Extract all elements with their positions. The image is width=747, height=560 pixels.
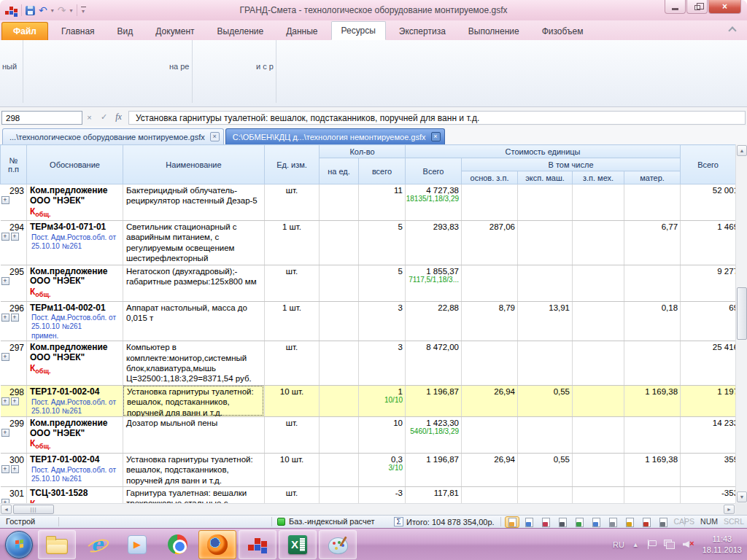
table-row[interactable]: 293 + Ком.предложение ООО "НЭЕК" Кобщ. Б…	[1, 184, 736, 221]
expand-icon[interactable]: +	[11, 397, 19, 405]
document-tab-1[interactable]: ...\технологическое оборудование монтиру…	[2, 128, 224, 144]
redo-dropdown-icon[interactable]: ▾	[69, 4, 72, 17]
ribbon-tab-выделение[interactable]: Выделение	[208, 23, 274, 40]
media-player-button[interactable]	[118, 530, 156, 559]
accept-entry-icon[interactable]: ✓	[99, 112, 109, 122]
grand-total-indicator[interactable]: Σ Итого: 104 878 354,00р.	[394, 517, 495, 526]
excel-button[interactable]	[279, 530, 317, 559]
expand-icon[interactable]: +	[11, 314, 19, 322]
expand-icon[interactable]: +	[11, 465, 19, 473]
explorer-button[interactable]	[38, 530, 76, 559]
chrome-button[interactable]	[158, 530, 196, 559]
exp-mash-cell: 13,91	[518, 301, 573, 341]
expand-icon[interactable]: +	[11, 233, 19, 241]
expand-icon[interactable]: +	[1, 233, 9, 241]
table-row[interactable]: 296 ++ ТЕРм11-04-002-01 Пост. Адм.Ростов…	[1, 301, 736, 341]
ribbon-tab-экспертиза[interactable]: Экспертиза	[390, 23, 455, 40]
calc-doc-icon[interactable]	[656, 516, 670, 528]
item-name-cell[interactable]: Светильник стационарный с аварийным пита…	[123, 221, 265, 265]
expand-icon[interactable]: +	[1, 277, 9, 285]
clock[interactable]: 11:43 18.11.2013	[703, 534, 742, 556]
language-indicator[interactable]: RU	[613, 540, 624, 549]
redo-button[interactable]: ↷	[58, 4, 66, 17]
form-view-icon[interactable]	[505, 516, 519, 528]
scroll-left-button[interactable]: ◄	[1, 505, 12, 514]
expand-icon[interactable]: +	[1, 397, 9, 405]
undo-dropdown-icon[interactable]: ▾	[51, 4, 54, 17]
item-name-cell[interactable]: Аппарат настольный, масса до 0,015 т	[123, 301, 265, 341]
expand-icon[interactable]: +	[1, 314, 9, 322]
ribbon-tab-вид[interactable]: Вид	[108, 23, 143, 40]
restore-button[interactable]	[686, 0, 708, 14]
coins-doc-icon[interactable]	[622, 516, 637, 528]
expand-icon[interactable]: +	[1, 465, 9, 473]
exp-mash-cell	[518, 265, 573, 301]
item-name-cell[interactable]: Гарнитура туалетная: вешалки трехрожковы…	[123, 486, 265, 503]
scroll-up-button[interactable]: ▲	[737, 145, 747, 156]
ribbon-tab-главная[interactable]: Главная	[52, 23, 104, 40]
start-button[interactable]	[2, 530, 36, 559]
item-name-cell[interactable]: Дозатор мыльной пены	[123, 416, 265, 453]
close-tab-icon[interactable]: ×	[210, 132, 220, 141]
ribbon-tab-документ[interactable]: Документ	[146, 23, 204, 40]
table-row[interactable]: 298 ++ ТЕР17-01-002-04 Пост. Адм.Ростов.…	[1, 385, 736, 416]
ribbon-tab-физобъем[interactable]: Физобъем	[533, 23, 593, 40]
function-icon[interactable]: fx	[114, 112, 123, 122]
minimize-button[interactable]	[665, 0, 686, 14]
scroll-right-button[interactable]: ►	[724, 505, 735, 514]
flag-doc-icon[interactable]	[538, 516, 553, 528]
document-tab-2[interactable]: С:\ОБМЕН\КДЦ д...\технология немонтируем…	[225, 128, 445, 144]
calc-mode-indicator[interactable]: Баз.-индексный расчет	[277, 517, 374, 526]
vertical-scrollbar[interactable]: ▲ ▼	[735, 144, 747, 503]
action-center-flag-icon[interactable]	[647, 540, 656, 550]
formula-input[interactable]	[128, 111, 746, 125]
customize-qat-button[interactable]: ▾	[81, 4, 86, 17]
table-row[interactable]: 299 + Ком.предложение ООО "НЭЕК" Кобщ. Д…	[1, 416, 736, 453]
item-name-cell[interactable]: Установка гарнитуры туалетной: вешалок, …	[123, 453, 265, 486]
table-row[interactable]: 301 + ТСЦ-301-1528 Кобщ. Гарнитура туале…	[1, 486, 736, 503]
horizontal-scroll-thumb[interactable]: |||	[13, 505, 54, 514]
table-row[interactable]: 300 ++ ТЕР17-01-002-04 Пост. Адм.Ростов.…	[1, 453, 736, 486]
search-doc-icon[interactable]	[605, 516, 620, 528]
expand-icon[interactable]: +	[1, 429, 9, 437]
percent-doc-icon[interactable]	[572, 516, 587, 528]
ribbon-tab-ресурсы[interactable]: Ресурсы	[331, 21, 386, 40]
base-prices-icon[interactable]	[522, 516, 536, 528]
expand-icon[interactable]: +	[1, 196, 9, 204]
item-name-cell[interactable]: Бактерицидный облучатель-рециркулятор на…	[123, 184, 265, 221]
network-icon[interactable]	[664, 540, 675, 549]
close-button[interactable]: ×	[708, 0, 741, 14]
cell-reference-input[interactable]	[1, 111, 82, 125]
row-expanders: ++	[1, 465, 27, 475]
horizontal-scrollbar[interactable]: ◄ ||| ►	[0, 503, 735, 515]
internet-explorer-button[interactable]	[78, 530, 116, 559]
qty-total-cell: 110/10	[359, 385, 406, 416]
tsn-doc-icon[interactable]	[555, 516, 570, 528]
nr-doc-icon[interactable]	[589, 516, 603, 528]
qty-per-unit-cell	[320, 453, 359, 486]
close-tab-icon[interactable]: ×	[431, 132, 441, 141]
firefox-button[interactable]	[198, 530, 236, 559]
vertical-scroll-thumb[interactable]	[737, 287, 747, 340]
expand-icon[interactable]: +	[1, 353, 9, 361]
table-row[interactable]: 297 + Ком.предложение ООО "НЭЕК" Кобщ. К…	[1, 341, 736, 386]
grand-smeta-button[interactable]	[239, 530, 276, 559]
table-row[interactable]: 295 + Ком.предложение ООО "НЭЕК" Кобщ. Н…	[1, 265, 736, 301]
undo-button[interactable]: ↶	[39, 4, 47, 17]
save-button[interactable]	[26, 6, 35, 15]
scroll-down-button[interactable]: ▼	[737, 491, 747, 502]
paint-button[interactable]	[319, 530, 357, 559]
item-name-cell[interactable]: Установка гарнитуры туалетной: вешалок, …	[123, 385, 265, 416]
ribbon-tab-файл[interactable]: Файл	[1, 22, 48, 40]
item-name-cell[interactable]: Компьютер в комплекте:монитор,системный …	[123, 341, 265, 386]
cancel-entry-icon[interactable]: ×	[85, 113, 94, 122]
edit-doc-icon[interactable]	[639, 516, 654, 528]
col-header-incl-group: В том числе	[462, 158, 681, 171]
ribbon-tab-данные[interactable]: Данные	[276, 23, 327, 40]
tray-chevron-icon[interactable]: ▲	[632, 541, 639, 548]
volume-muted-icon[interactable]	[683, 540, 694, 549]
ribbon-tab-выполнение[interactable]: Выполнение	[459, 23, 529, 40]
excel-icon	[288, 535, 307, 554]
item-name-cell[interactable]: Негатоскоп (двухгадровый);-габаритные ра…	[123, 265, 265, 301]
table-row[interactable]: 294 ++ ТЕРм34-01-071-01 Пост. Адм.Ростов…	[1, 221, 736, 265]
